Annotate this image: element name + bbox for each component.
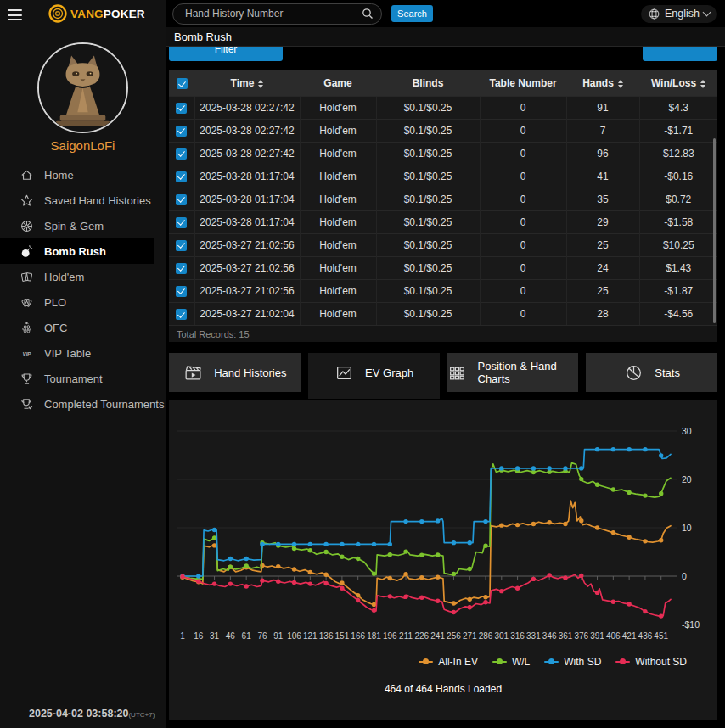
main-area: Search English Bomb Rush Filter: [166, 0, 725, 728]
select-all-checkbox[interactable]: [177, 78, 188, 89]
cell-hands: 25: [566, 279, 639, 302]
tab-label: EV Graph: [365, 367, 413, 379]
cell-table-number: 0: [480, 210, 566, 233]
cell-game: Hold'em: [300, 233, 376, 256]
legend-item-without-sd[interactable]: Without SD: [615, 656, 687, 668]
cell-table-number: 0: [480, 256, 566, 279]
sidebar-item-plo[interactable]: PLO: [0, 289, 166, 315]
tab-position-hand-charts[interactable]: Position & Hand Charts: [447, 353, 579, 392]
svg-text:30: 30: [682, 426, 692, 436]
action-button[interactable]: [643, 47, 717, 61]
globe-icon: [648, 8, 660, 20]
svg-text:451: 451: [654, 631, 668, 641]
sidebar-item-vip-table[interactable]: VIPVIP Table: [0, 340, 166, 366]
svg-text:406: 406: [606, 631, 621, 641]
sidebar-item-label: Hold'em: [44, 271, 84, 283]
sidebar-item-saved-hand-histories[interactable]: Saved Hand Histories: [0, 188, 166, 213]
vip-icon: VIP: [19, 345, 35, 361]
table-row: 2025-03-27 21:02:56Hold'em$0.1/$0.25025$…: [169, 233, 717, 256]
row-checkbox[interactable]: [176, 309, 187, 320]
table-row: 2025-03-28 01:17:04Hold'em$0.1/$0.25029-…: [169, 210, 717, 233]
clock-timezone: (UTC+7): [128, 711, 155, 719]
legend-item-all-in-ev[interactable]: All-In EV: [419, 656, 478, 668]
row-checkbox[interactable]: [176, 126, 187, 137]
svg-text:46: 46: [226, 631, 236, 641]
table-row: 2025-03-27 21:02:56Hold'em$0.1/$0.25024$…: [169, 256, 717, 279]
row-checkbox[interactable]: [176, 194, 187, 205]
svg-text:241: 241: [430, 631, 445, 641]
search-button[interactable]: Search: [391, 5, 433, 22]
search-input[interactable]: [172, 3, 382, 25]
clapperboard-icon: [183, 362, 203, 383]
clock-time: 2025-04-02 03:58:20: [29, 708, 128, 720]
star-icon: [19, 193, 35, 208]
ev-graph-panel: 3020100-$1011631466176911061211361511661…: [169, 400, 717, 720]
row-checkbox[interactable]: [176, 171, 187, 182]
total-records: Total Records: 15: [169, 325, 717, 342]
table-header-row: TimeGameBlindsTable NumberHandsWin/Loss: [169, 70, 717, 96]
language-selector[interactable]: English: [641, 5, 717, 23]
column-header-hands[interactable]: Hands: [566, 70, 639, 96]
cell-win-loss: $1.43: [639, 256, 717, 279]
svg-text:436: 436: [638, 631, 653, 641]
hands-loaded-text: 464 of 464 Hands Loaded: [169, 683, 717, 695]
table-row: 2025-03-27 21:02:04Hold'em$0.1/$0.25028-…: [169, 302, 717, 325]
cell-time: 2025-03-27 21:02:56: [194, 279, 300, 302]
hamburger-menu-icon[interactable]: [8, 9, 22, 20]
filter-button[interactable]: Filter: [169, 47, 283, 61]
avatar[interactable]: [37, 42, 128, 133]
svg-text:136: 136: [319, 631, 334, 641]
cell-time: 2025-03-28 02:27:42: [194, 142, 300, 165]
content: Filter TimeGameBlindsTable NumberHandsWi…: [169, 47, 717, 720]
svg-text:31: 31: [210, 631, 220, 641]
tab-label: Stats: [655, 367, 680, 379]
hand-history-table: TimeGameBlindsTable NumberHandsWin/Loss …: [169, 70, 717, 325]
search-wrap: [172, 3, 382, 25]
sidebar-item-hold-em[interactable]: Hold'em: [0, 264, 166, 289]
column-header-label: Win/Loss: [651, 77, 696, 89]
svg-text:196: 196: [383, 631, 397, 641]
search-icon[interactable]: [361, 7, 374, 20]
legend-item-w-l[interactable]: W/L: [492, 656, 530, 668]
cell-time: 2025-03-27 21:02:56: [194, 233, 300, 256]
sidebar-item-completed-tournaments[interactable]: Completed Tournaments: [0, 391, 166, 417]
sidebar-top: VANGPOKER: [0, 0, 166, 27]
brand-logo[interactable]: VANGPOKER: [48, 4, 145, 23]
sidebar-item-tournament[interactable]: Tournament: [0, 366, 166, 391]
cell-table-number: 0: [480, 233, 566, 256]
svg-text:211: 211: [399, 631, 413, 641]
row-checkbox[interactable]: [176, 286, 187, 297]
cell-hands: 91: [566, 96, 639, 119]
tab-hand-histories[interactable]: Hand Histories: [169, 353, 301, 392]
brand-name: VANGPOKER: [70, 8, 145, 20]
column-header-blinds: Blinds: [376, 70, 480, 96]
svg-text:286: 286: [479, 631, 493, 641]
row-checkbox[interactable]: [176, 263, 187, 274]
sidebar-item-spin-gem[interactable]: Spin & Gem: [0, 213, 166, 238]
legend-item-with-sd[interactable]: With SD: [544, 656, 601, 668]
cell-game: Hold'em: [300, 210, 376, 233]
table-scrollbar[interactable]: [713, 138, 716, 323]
row-checkbox[interactable]: [176, 103, 187, 114]
tab-ev-graph[interactable]: EV Graph: [308, 353, 440, 399]
sidebar-item-bomb-rush[interactable]: Bomb Rush: [0, 238, 154, 264]
cell-time: 2025-03-28 01:17:04: [194, 188, 300, 210]
button-row: Filter: [169, 47, 717, 61]
row-checkbox[interactable]: [176, 148, 187, 160]
pie-chart-icon: [623, 362, 644, 383]
column-header-time[interactable]: Time: [194, 70, 300, 96]
row-checkbox[interactable]: [176, 240, 187, 251]
cell-blinds: $0.1/$0.25: [376, 233, 480, 256]
svg-text:-$10: -$10: [682, 619, 700, 630]
sort-icon[interactable]: [258, 80, 263, 88]
sort-icon[interactable]: [700, 80, 705, 88]
sort-icon[interactable]: [618, 80, 623, 88]
sidebar-item-home[interactable]: Home: [0, 162, 166, 188]
svg-text:106: 106: [287, 631, 301, 641]
cell-blinds: $0.1/$0.25: [376, 119, 480, 142]
column-header-win-loss[interactable]: Win/Loss: [639, 70, 717, 96]
row-checkbox[interactable]: [176, 217, 187, 228]
tab-stats[interactable]: Stats: [586, 353, 717, 392]
sidebar-item-ofc[interactable]: OFC: [0, 315, 166, 340]
svg-text:10: 10: [682, 523, 692, 533]
